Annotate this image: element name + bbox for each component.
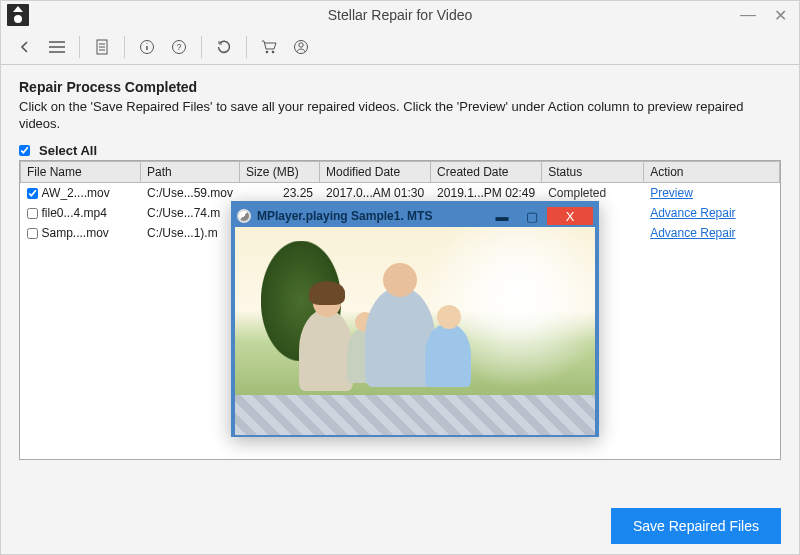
separator [246, 36, 247, 58]
user-icon[interactable] [289, 35, 313, 59]
player-minimize-button[interactable]: ▬ [487, 207, 517, 225]
col-filename[interactable]: File Name [21, 161, 141, 182]
player-title: MPlayer.playing Sample1. MTS [257, 209, 432, 223]
select-all-checkbox[interactable]: Select All [19, 143, 781, 158]
info-icon[interactable] [135, 35, 159, 59]
window-title: Stellar Repair for Video [328, 7, 472, 23]
document-icon[interactable] [90, 35, 114, 59]
cell-size: 23.25 [240, 182, 320, 203]
page-heading: Repair Process Completed [19, 79, 781, 95]
cell-status: Completed [542, 182, 644, 203]
titlebar: Stellar Repair for Video — ✕ [1, 1, 799, 29]
separator [79, 36, 80, 58]
cell-path: C:/Use...59.mov [141, 182, 240, 203]
svg-text:?: ? [176, 42, 181, 52]
player-maximize-button[interactable]: ▢ [517, 207, 547, 225]
save-repaired-files-button[interactable]: Save Repaired Files [611, 508, 781, 544]
minimize-button[interactable]: — [740, 6, 756, 25]
footer: Save Repaired Files [611, 508, 781, 544]
row-checkbox[interactable] [27, 188, 38, 199]
cell-filename: Samp....mov [42, 226, 109, 240]
col-action[interactable]: Action [644, 161, 780, 182]
col-path[interactable]: Path [141, 161, 240, 182]
page-description: Click on the 'Save Repaired Files' to sa… [19, 99, 781, 133]
cell-filename: file0...4.mp4 [42, 206, 107, 220]
col-size[interactable]: Size (MB) [240, 161, 320, 182]
toolbar: ? [1, 29, 799, 65]
col-created[interactable]: Created Date [431, 161, 542, 182]
close-button[interactable]: ✕ [774, 6, 787, 25]
app-logo [7, 4, 29, 26]
help-icon[interactable]: ? [167, 35, 191, 59]
player-close-button[interactable]: X [547, 207, 593, 225]
row-checkbox[interactable] [27, 208, 38, 219]
cell-modified: 2017.0...AM 01:30 [320, 182, 431, 203]
separator [124, 36, 125, 58]
cell-path: C:/Use...74.m [141, 203, 240, 223]
preview-link[interactable]: Preview [650, 186, 693, 200]
advance-repair-link[interactable]: Advance Repair [650, 206, 735, 220]
svg-point-4 [266, 50, 269, 53]
svg-point-5 [272, 50, 275, 53]
player-titlebar[interactable]: MPlayer.playing Sample1. MTS ▬ ▢ X [235, 205, 595, 227]
separator [201, 36, 202, 58]
table-header-row: File Name Path Size (MB) Modified Date C… [21, 161, 780, 182]
cell-path: C:/Use...1).m [141, 223, 240, 243]
window-controls: — ✕ [740, 6, 787, 25]
back-icon[interactable] [13, 35, 37, 59]
cell-created: 2019.1...PM 02:49 [431, 182, 542, 203]
select-all-input[interactable] [19, 145, 30, 156]
svg-point-7 [299, 42, 303, 46]
player-app-icon [237, 209, 251, 223]
row-checkbox[interactable] [27, 228, 38, 239]
cart-icon[interactable] [257, 35, 281, 59]
player-window-controls: ▬ ▢ X [487, 207, 593, 225]
col-modified[interactable]: Modified Date [320, 161, 431, 182]
select-all-label: Select All [39, 143, 97, 158]
player-video-area[interactable] [235, 227, 595, 435]
col-status[interactable]: Status [542, 161, 644, 182]
advance-repair-link[interactable]: Advance Repair [650, 226, 735, 240]
cell-filename: AW_2....mov [42, 186, 110, 200]
preview-player-window[interactable]: MPlayer.playing Sample1. MTS ▬ ▢ X [231, 201, 599, 437]
refresh-icon[interactable] [212, 35, 236, 59]
table-row[interactable]: AW_2....mov C:/Use...59.mov 23.25 2017.0… [21, 182, 780, 203]
menu-icon[interactable] [45, 35, 69, 59]
